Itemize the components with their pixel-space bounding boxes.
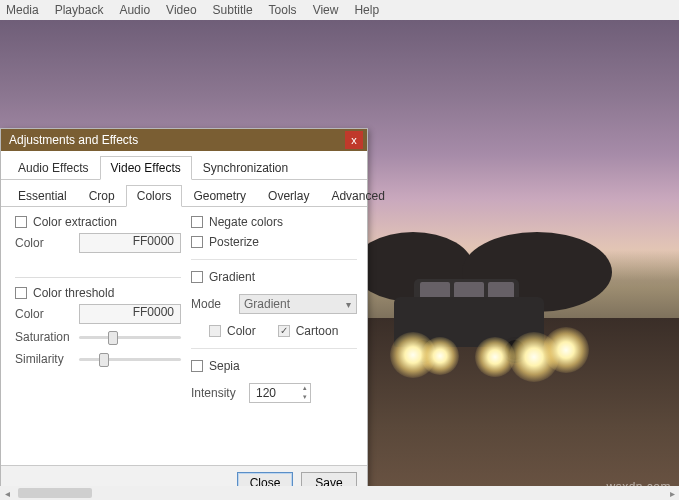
dialog-tabs: Audio Effects Video Effects Synchronizat… [1,151,367,180]
color-extraction-label: Color extraction [33,215,117,229]
scroll-right-icon[interactable]: ▸ [665,486,679,500]
gradient-cartoon-checkbox[interactable] [278,325,290,337]
color-threshold-checkbox[interactable] [15,287,27,299]
subtab-overlay[interactable]: Overlay [257,185,320,207]
gradient-color-checkbox[interactable] [209,325,221,337]
gradient-cartoon-label: Cartoon [296,324,339,338]
scene-headlight [421,337,459,375]
dialog-titlebar[interactable]: Adjustments and Effects x [1,129,367,151]
subtab-crop[interactable]: Crop [78,185,126,207]
scrollbar-thumb[interactable] [18,488,92,498]
tab-video-effects[interactable]: Video Effects [100,156,192,180]
menu-subtitle[interactable]: Subtitle [213,3,253,17]
posterize-checkbox[interactable] [191,236,203,248]
color-extraction-checkbox[interactable] [15,216,27,228]
tab-synchronization[interactable]: Synchronization [192,156,299,180]
subtab-essential[interactable]: Essential [7,185,78,207]
subtab-geometry[interactable]: Geometry [182,185,257,207]
horizontal-scrollbar[interactable]: ◂ ▸ [0,486,679,500]
subtab-colors[interactable]: Colors [126,185,183,207]
menu-video[interactable]: Video [166,3,196,17]
menu-audio[interactable]: Audio [119,3,150,17]
tab-audio-effects[interactable]: Audio Effects [7,156,100,180]
extraction-color-label: Color [15,236,71,250]
menu-view[interactable]: View [313,3,339,17]
gradient-label: Gradient [209,270,255,284]
app-menubar: Media Playback Audio Video Subtitle Tool… [0,0,679,20]
sepia-label: Sepia [209,359,240,373]
menu-tools[interactable]: Tools [269,3,297,17]
menu-media[interactable]: Media [6,3,39,17]
gradient-mode-label: Mode [191,297,231,311]
sepia-checkbox[interactable] [191,360,203,372]
video-viewport[interactable]: wsxdn.com Adjustments and Effects x Audi… [0,20,679,500]
intensity-label: Intensity [191,386,241,400]
menu-playback[interactable]: Playback [55,3,104,17]
scroll-left-icon[interactable]: ◂ [0,486,14,500]
gradient-color-label: Color [227,324,256,338]
similarity-slider[interactable] [79,350,181,368]
threshold-color-label: Color [15,307,71,321]
posterize-label: Posterize [209,235,259,249]
close-icon[interactable]: x [345,131,363,149]
menu-help[interactable]: Help [354,3,379,17]
video-effects-subtabs: Essential Crop Colors Geometry Overlay A… [1,180,367,207]
gradient-checkbox[interactable] [191,271,203,283]
similarity-label: Similarity [15,352,71,366]
color-threshold-label: Color threshold [33,286,114,300]
negate-colors-label: Negate colors [209,215,283,229]
threshold-color-input[interactable]: FF0000 [79,304,181,324]
subtab-advanced[interactable]: Advanced [320,185,395,207]
negate-colors-checkbox[interactable] [191,216,203,228]
saturation-slider[interactable] [79,328,181,346]
adjustments-effects-dialog: Adjustments and Effects x Audio Effects … [0,128,368,500]
dialog-title: Adjustments and Effects [9,133,345,147]
colors-panel: Color extraction Color FF0000 Color thre… [1,207,367,465]
gradient-mode-select[interactable]: Gradient [239,294,357,314]
intensity-spinner[interactable]: 120 [249,383,311,403]
saturation-label: Saturation [15,330,71,344]
extraction-color-input[interactable]: FF0000 [79,233,181,253]
